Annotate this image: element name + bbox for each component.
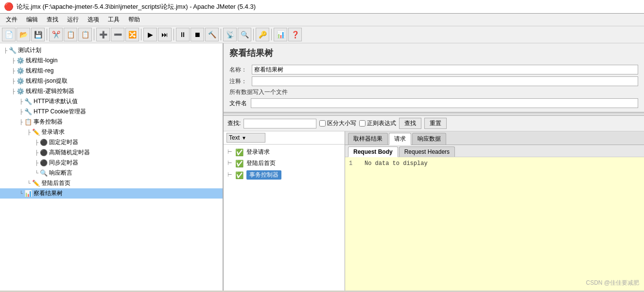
- regex-label[interactable]: 正则表达式: [359, 119, 396, 128]
- tab-request-body[interactable]: Request Body: [348, 146, 398, 157]
- divider-scroll[interactable]: [224, 112, 644, 116]
- comment-input[interactable]: [252, 76, 638, 86]
- panel-title: 察看结果树: [229, 47, 638, 59]
- tree-item-thread-login[interactable]: ├⚙️线程组-login: [0, 55, 223, 66]
- menu-item-运行[interactable]: 运行: [63, 15, 83, 25]
- toolbar-btn-add[interactable]: ➕: [96, 28, 110, 41]
- tree-icon-thread-reg: ⚙️: [17, 67, 24, 74]
- tree-label-http-cookie: HTTP Cookie管理器: [34, 108, 86, 116]
- tree-item-http-cookie[interactable]: ├🔧HTTP Cookie管理器: [0, 107, 223, 117]
- tree-icon-fixed-timer: ⚫: [40, 139, 48, 146]
- filename-input[interactable]: [251, 98, 638, 108]
- toolbar-btn-start-no-pauses[interactable]: ⏭: [158, 28, 172, 41]
- tree-item-fixed-timer[interactable]: ├⚫固定定时器: [0, 137, 223, 147]
- case-sensitive-label[interactable]: 区分大小写: [319, 119, 356, 128]
- tree-connector-thread-json: ├: [12, 78, 15, 84]
- toolbar-separator-15: [253, 29, 254, 40]
- tree-item-response-assert[interactable]: └🔍响应断言: [0, 168, 223, 178]
- title-bar: 🔴 论坛.jmx (F:\apache-jmeter-5.4.3\bin\jme…: [0, 0, 644, 14]
- menu-item-查找[interactable]: 查找: [43, 15, 62, 25]
- toolbar-separator-13: [221, 29, 221, 40]
- toolbar-btn-search[interactable]: 🔍: [238, 28, 251, 41]
- tab-request[interactable]: 请求: [389, 133, 411, 145]
- detail-content: Request Body Request Headers 1 No data t…: [345, 145, 644, 291]
- toolbar-btn-clear[interactable]: 🔨: [205, 28, 219, 41]
- tree-connector-response-assert: └: [35, 170, 38, 176]
- toolbar-btn-remove[interactable]: ➖: [111, 28, 124, 41]
- tree-item-transaction[interactable]: ├📋事务控制器: [0, 117, 223, 127]
- tree-item-thread-json[interactable]: ├⚙️线程组-json提取: [0, 76, 223, 86]
- tab-response-data[interactable]: 响应数据: [412, 133, 446, 145]
- dropdown-arrow-icon: ▼: [242, 135, 246, 141]
- comment-label: 注释：: [229, 77, 249, 86]
- menu-item-文件[interactable]: 文件: [2, 15, 21, 25]
- regex-checkbox[interactable]: [359, 120, 366, 127]
- name-input[interactable]: [252, 65, 638, 74]
- line-content-1: No data to display: [365, 160, 428, 167]
- main-layout: ├🔧测试计划├⚙️线程组-login├⚙️线程组-reg├⚙️线程组-json提…: [0, 43, 644, 291]
- tree-connector-test-plan: ├: [4, 48, 7, 53]
- toolbar-btn-stop[interactable]: ⏹: [191, 28, 204, 41]
- menu-bar: 文件编辑查找运行选项工具帮助: [0, 14, 644, 26]
- tree-item-homepage[interactable]: └✏️登陆后首页: [0, 178, 223, 188]
- window-title: 论坛.jmx (F:\apache-jmeter-5.4.3\bin\jmete…: [17, 2, 256, 11]
- result-item-transaction[interactable]: ⊢ ✅ 事务控制器: [224, 169, 345, 181]
- tree-icon-homepage: ✏️: [32, 180, 40, 187]
- results-list: ⊢ ✅ 登录请求 ⊢ ✅ 登陆后首页 ⊢ ✅ 事务控制器: [224, 145, 345, 291]
- tree-connector-fixed-timer: ├: [35, 140, 38, 145]
- comment-row: 注释：: [229, 76, 638, 86]
- find-button[interactable]: 查找: [399, 118, 421, 129]
- tree-item-gauss-timer[interactable]: ├⚫高斯随机定时器: [0, 147, 223, 158]
- result-connector-transaction: ⊢: [227, 172, 232, 178]
- toolbar-btn-aggregate[interactable]: 📊: [274, 28, 287, 41]
- toolbar-btn-copy[interactable]: 📋: [64, 28, 77, 41]
- toolbar-btn-ssl[interactable]: 🔑: [256, 28, 269, 41]
- toolbar-btn-start[interactable]: ▶: [143, 28, 157, 41]
- result-label-homepage: 登陆后首页: [246, 159, 276, 167]
- tree-item-test-plan[interactable]: ├🔧测试计划: [0, 45, 223, 55]
- tree-item-sync-timer[interactable]: ├⚫同步定时器: [0, 158, 223, 168]
- tree-icon-thread-login: ⚙️: [17, 57, 24, 64]
- tree-connector-thread-login: ├: [12, 58, 15, 63]
- toolbar-btn-paste[interactable]: 📋: [78, 28, 92, 41]
- toolbar-btn-save[interactable]: 💾: [31, 28, 45, 41]
- tab-request-headers[interactable]: Request Headers: [399, 146, 455, 157]
- result-item-homepage[interactable]: ⊢ ✅ 登陆后首页: [224, 158, 345, 169]
- tree-item-view-results[interactable]: └📊察看结果树: [0, 188, 223, 199]
- search-input[interactable]: [244, 119, 316, 128]
- tree-item-thread-reg[interactable]: ├⚙️线程组-reg: [0, 66, 223, 76]
- toolbar-btn-new[interactable]: 📄: [2, 28, 16, 41]
- tree-item-thread-logic[interactable]: ├⚙️线程组-逻辑控制器: [0, 86, 223, 96]
- detail-tabs: 取样器结果 请求 响应数据: [345, 131, 644, 145]
- toolbar-btn-pause[interactable]: ⏸: [176, 28, 190, 41]
- toolbar-btn-open[interactable]: 📂: [17, 28, 30, 41]
- results-list-panel: Text ▼ ⊢ ✅ 登录请求 ⊢ ✅ 登陆后首页: [224, 131, 345, 291]
- tree-item-http-defaults[interactable]: ├🔧HTTP请求默认值: [0, 96, 223, 107]
- results-list-header: Text ▼: [224, 131, 345, 145]
- right-panel: 察看结果树 名称： 注释： 所有数据写入一个文件 文件名 查找:: [224, 43, 644, 291]
- tree-connector-sync-timer: ├: [35, 160, 38, 165]
- name-row: 名称：: [229, 65, 638, 74]
- detail-panel: 取样器结果 请求 响应数据 Request Body Request Heade…: [345, 131, 644, 291]
- search-bar: 查找: 区分大小写 正则表达式 查找 重置: [224, 116, 644, 131]
- toolbar-separator-5: [94, 29, 94, 40]
- toolbar-btn-duplicate[interactable]: 🔀: [125, 28, 139, 41]
- tab-sampler-result[interactable]: 取样器结果: [348, 133, 388, 145]
- toolbar-btn-remote[interactable]: 📡: [223, 28, 237, 41]
- tree-icon-view-results: 📊: [24, 190, 32, 197]
- case-sensitive-checkbox[interactable]: [319, 120, 326, 127]
- tree-label-response-assert: 响应断言: [49, 169, 72, 177]
- result-item-login[interactable]: ⊢ ✅ 登录请求: [224, 146, 345, 158]
- right-header: 察看结果树: [224, 43, 644, 65]
- toolbar-btn-cut[interactable]: ✂️: [49, 28, 63, 41]
- text-dropdown[interactable]: Text ▼: [226, 133, 265, 143]
- toolbar-btn-help[interactable]: ❓: [288, 28, 302, 41]
- tree-item-login-req[interactable]: ├✏️登录请求: [0, 127, 223, 137]
- tree-connector-gauss-timer: ├: [35, 150, 38, 155]
- menu-item-帮助[interactable]: 帮助: [124, 15, 144, 25]
- menu-item-工具[interactable]: 工具: [104, 15, 123, 25]
- reset-button[interactable]: 重置: [424, 118, 447, 129]
- menu-item-选项[interactable]: 选项: [84, 15, 103, 25]
- menu-item-编辑[interactable]: 编辑: [22, 15, 42, 25]
- tree-icon-thread-json: ⚙️: [17, 77, 24, 85]
